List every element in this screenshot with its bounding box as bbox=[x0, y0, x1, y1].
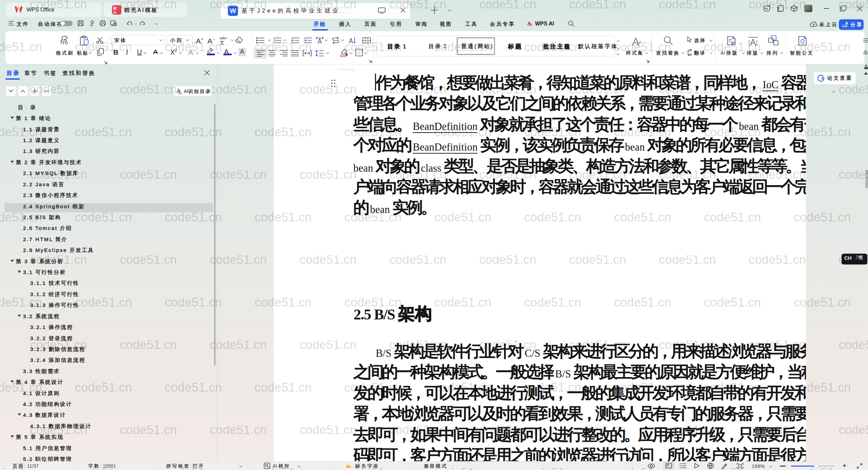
svg-text:文: 文 bbox=[687, 51, 690, 54]
svg-text:A: A bbox=[690, 53, 692, 56]
